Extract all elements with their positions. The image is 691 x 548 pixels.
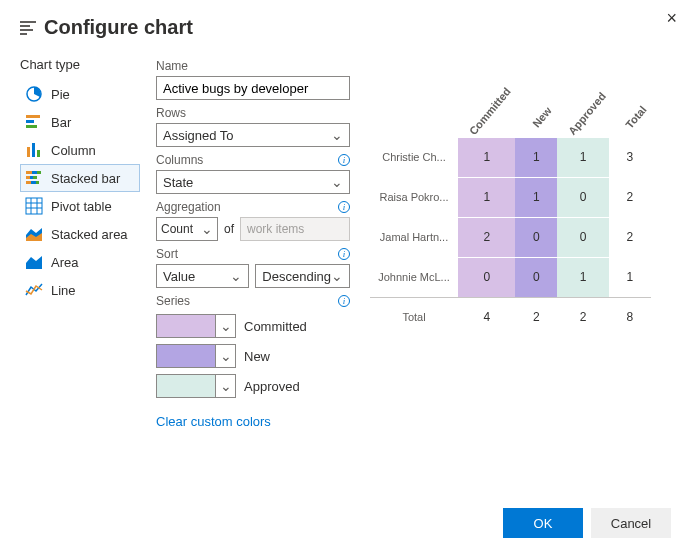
pivot-col-header: Approved [557, 77, 608, 137]
series-name: New [244, 349, 270, 364]
svg-rect-17 [26, 181, 31, 184]
svg-rect-11 [26, 171, 32, 174]
clear-custom-colors-link[interactable]: Clear custom colors [156, 414, 271, 429]
name-input[interactable] [156, 76, 350, 100]
svg-rect-9 [32, 143, 35, 157]
columns-select[interactable]: State ⌄ [156, 170, 350, 194]
sort-direction-select[interactable]: Descending ⌄ [255, 264, 350, 288]
series-name: Approved [244, 379, 300, 394]
chart-type-label: Bar [51, 115, 71, 130]
color-swatch[interactable]: ⌄ [156, 314, 236, 338]
chart-type-label: Pivot table [51, 199, 112, 214]
pivot-cell: 0 [515, 257, 557, 297]
chart-type-sidebar: Chart type Pie Bar Column Stacked bar Pi… [20, 57, 140, 429]
pivot-cell: 1 [458, 177, 515, 217]
chart-type-label: Pie [51, 87, 70, 102]
svg-rect-15 [30, 176, 33, 179]
pivot-cell: 2 [458, 217, 515, 257]
svg-rect-8 [27, 147, 30, 157]
aggregation-value: Count [161, 222, 193, 236]
pivot-row-total: 3 [609, 137, 651, 177]
chart-type-area[interactable]: Area [20, 248, 140, 276]
chart-type-line[interactable]: Line [20, 276, 140, 304]
color-swatch[interactable]: ⌄ [156, 374, 236, 398]
pivot-totals-label: Total [370, 297, 458, 337]
rows-label: Rows [156, 106, 350, 120]
chevron-down-icon: ⌄ [331, 127, 343, 143]
color-preview [157, 345, 215, 367]
svg-rect-0 [20, 21, 36, 23]
chart-type-label: Area [51, 255, 78, 270]
aggregation-select[interactable]: Count ⌄ [156, 217, 218, 241]
sort-by-select[interactable]: Value ⌄ [156, 264, 249, 288]
info-icon[interactable]: i [338, 248, 350, 260]
chart-type-pie[interactable]: Pie [20, 80, 140, 108]
pivot-cell: 0 [557, 177, 608, 217]
pivot-total-cell: 4 [458, 297, 515, 337]
cancel-button[interactable]: Cancel [591, 508, 671, 538]
chart-type-stacked-bar[interactable]: Stacked bar [20, 164, 140, 192]
svg-rect-18 [31, 181, 36, 184]
aggregation-of: of [224, 222, 234, 236]
pivot-col-header: New [515, 77, 557, 137]
series-label: Series [156, 294, 190, 308]
svg-rect-3 [20, 33, 27, 35]
ok-button[interactable]: OK [503, 508, 583, 538]
series-row-approved: ⌄ Approved [156, 374, 350, 398]
color-swatch[interactable]: ⌄ [156, 344, 236, 368]
pie-icon [25, 85, 43, 103]
chart-type-column[interactable]: Column [20, 136, 140, 164]
pivot-cell: 1 [458, 137, 515, 177]
svg-rect-14 [26, 176, 30, 179]
chart-type-label: Line [51, 283, 76, 298]
area-icon [25, 253, 43, 271]
pivot-col-header: Committed [458, 77, 515, 137]
info-icon[interactable]: i [338, 154, 350, 166]
pivot-col-header: Total [609, 77, 651, 137]
color-preview [157, 315, 215, 337]
series-row-committed: ⌄ Committed [156, 314, 350, 338]
sidebar-title: Chart type [20, 57, 140, 72]
pivot-table-icon [25, 197, 43, 215]
pivot-row-label: Christie Ch... [370, 137, 458, 177]
columns-value: State [163, 175, 193, 190]
series-name: Committed [244, 319, 307, 334]
svg-rect-10 [37, 150, 40, 157]
close-icon[interactable]: × [666, 8, 677, 29]
pivot-total-cell: 2 [557, 297, 608, 337]
pivot-cell: 1 [557, 257, 608, 297]
chevron-down-icon: ⌄ [230, 268, 242, 284]
columns-label: Columns [156, 153, 203, 167]
chart-type-bar[interactable]: Bar [20, 108, 140, 136]
stacked-area-icon [25, 225, 43, 243]
sort-label: Sort [156, 247, 178, 261]
chevron-down-icon: ⌄ [331, 174, 343, 190]
pivot-cell: 0 [458, 257, 515, 297]
pivot-row-total: 2 [609, 177, 651, 217]
bar-icon [25, 113, 43, 131]
pivot-cell: 0 [515, 217, 557, 257]
chevron-down-icon: ⌄ [220, 378, 232, 394]
pivot-row-label: Jamal Hartn... [370, 217, 458, 257]
info-icon[interactable]: i [338, 295, 350, 307]
info-icon[interactable]: i [338, 201, 350, 213]
pivot-row-total: 2 [609, 217, 651, 257]
stacked-bar-icon [25, 169, 43, 187]
chart-type-stacked-area[interactable]: Stacked area [20, 220, 140, 248]
chart-type-label: Stacked bar [51, 171, 120, 186]
chart-type-pivot-table[interactable]: Pivot table [20, 192, 140, 220]
pivot-row-label: Johnnie McL... [370, 257, 458, 297]
rows-select[interactable]: Assigned To ⌄ [156, 123, 350, 147]
pivot-cell: 1 [515, 137, 557, 177]
pivot-cell: 1 [557, 137, 608, 177]
pivot-cell: 1 [515, 177, 557, 217]
dialog-title: Configure chart [44, 16, 193, 39]
pivot-row-label: Raisa Pokro... [370, 177, 458, 217]
chevron-down-icon: ⌄ [201, 221, 213, 237]
line-icon [25, 281, 43, 299]
svg-rect-2 [20, 29, 33, 31]
aggregation-label: Aggregation [156, 200, 221, 214]
pivot-row-total: 1 [609, 257, 651, 297]
chart-type-label: Stacked area [51, 227, 128, 242]
pivot-total-cell: 8 [609, 297, 651, 337]
